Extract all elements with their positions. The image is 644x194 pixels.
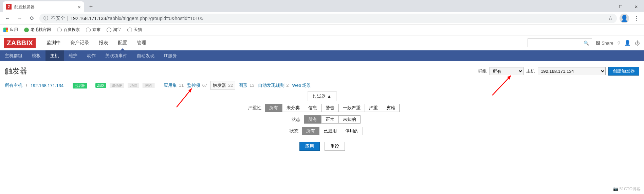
filter-actions: 应用 重设 [299, 142, 345, 151]
globe-icon [127, 28, 132, 32]
mainnav-configuration[interactable]: 配置 [113, 36, 132, 50]
mainnav-inventory[interactable]: 资产记录 [66, 36, 94, 50]
severity-group: 所有 未分类 信息 警告 一般严重 严重 灾难 [265, 104, 400, 112]
apps-icon [3, 28, 8, 32]
tab-close-icon[interactable]: × [78, 4, 81, 10]
group-select[interactable]: 所有 [490, 67, 523, 75]
nav-back-icon[interactable]: ← [3, 14, 12, 23]
tab-triggers[interactable]: 触发器 22 [210, 81, 235, 90]
tab-discovery[interactable]: 自动发现规则 2 [258, 82, 289, 88]
tab-favicon: Z [6, 4, 12, 10]
create-trigger-button[interactable]: 创建触发器 [608, 67, 639, 76]
filter-status-row: 状态 所有 已启用 停用的 [281, 127, 363, 135]
group-label: 群组 [478, 68, 487, 74]
mainnav-administration[interactable]: 管理 [132, 36, 151, 50]
apps-shortcut[interactable]: 应用 [3, 27, 18, 33]
status-all[interactable]: 所有 [302, 127, 319, 135]
help-icon[interactable]: ? [618, 40, 620, 46]
bookmark-item[interactable]: 淘宝 [107, 27, 121, 33]
tab-graphs[interactable]: 图形 13 [239, 82, 254, 88]
mainnav-reports[interactable]: 报表 [94, 36, 113, 50]
address-bar[interactable]: ⓘ 不安全 | 192.168.171.133/zabbix/triggers.… [39, 14, 617, 23]
bookmarks-bar: 应用 老毛桃官网 百度搜索 京东 淘宝 天猫 [0, 25, 644, 35]
tab-title: 配置触发器 [14, 4, 75, 10]
severity-all[interactable]: 所有 [265, 104, 282, 112]
state-label: 状态 [283, 116, 300, 123]
bookmark-item[interactable]: 百度搜索 [57, 27, 80, 33]
subnav-correlation[interactable]: 关联项事件 [100, 50, 132, 61]
severity-disaster[interactable]: 灾难 [382, 104, 400, 112]
subnav-hostgroups[interactable]: 主机群组 [0, 50, 27, 61]
filter-toggle[interactable]: 过滤器 ▲ [308, 91, 336, 101]
filter-severity-row: 严重性 所有 未分类 信息 警告 一般严重 严重 灾难 [244, 104, 400, 112]
user-icon[interactable]: 👤 [624, 40, 631, 46]
subnav-hosts[interactable]: 主机 [45, 50, 64, 61]
info-icon[interactable]: ⓘ [43, 15, 48, 21]
nav-forward-icon[interactable]: → [15, 14, 24, 23]
tab-items[interactable]: 监控项 67 [187, 82, 207, 88]
share-link[interactable]: ZShare [596, 41, 613, 46]
tab-applications[interactable]: 应用集 11 [164, 82, 184, 88]
new-tab-button[interactable]: + [86, 2, 96, 12]
zbx-badge: ZBX [95, 83, 106, 88]
bookmark-item[interactable]: 老毛桃官网 [24, 27, 51, 33]
header-right: 🔍 ZShare ? 👤 ⏻ [528, 38, 640, 47]
bookmark-item[interactable]: 京东 [86, 27, 100, 33]
bookmark-item[interactable]: 天猫 [127, 27, 142, 33]
severity-average[interactable]: 一般严重 [338, 104, 365, 112]
window-minimize[interactable]: — [597, 1, 613, 12]
nav-reload-icon[interactable]: ⟳ [27, 14, 37, 23]
apply-button[interactable]: 应用 [299, 142, 320, 151]
window-maximize[interactable]: ☐ [613, 1, 628, 12]
globe-icon [107, 28, 111, 32]
subnav-discovery[interactable]: 自动发现 [132, 50, 159, 61]
tab-web[interactable]: Web 场景 [292, 82, 311, 88]
page-header-controls: 群组 所有 主机 192.168.171.134 创建触发器 [478, 67, 639, 76]
state-all[interactable]: 所有 [304, 115, 321, 124]
insecure-label: 不安全 | [51, 15, 68, 21]
state-group: 所有 正常 未知的 [304, 115, 361, 124]
subnav-templates[interactable]: 模板 [27, 50, 45, 61]
severity-high[interactable]: 严重 [365, 104, 382, 112]
address-bar-row: ← → ⟳ ⓘ 不安全 | 192.168.171.133/zabbix/tri… [0, 12, 644, 25]
zabbix-logo[interactable]: ZABBIX [4, 38, 36, 48]
mainnav-monitoring[interactable]: 监测中 [42, 36, 66, 50]
host-label: 主机 [526, 68, 535, 74]
subnav-actions[interactable]: 动作 [82, 50, 100, 61]
zabbix-header: ZABBIX 监测中 资产记录 报表 配置 管理 🔍 ZShare ? 👤 ⏻ [0, 35, 644, 50]
profile-avatar-icon[interactable]: 👤 [620, 14, 629, 23]
filter-state-row: 状态 所有 正常 未知的 [283, 115, 361, 124]
breadcrumb: 所有主机 / 192.168.171.134 已启用 ZBX SNMP JMX … [5, 81, 639, 90]
crumb-sep: / [26, 83, 27, 88]
jmx-badge: JMX [128, 83, 139, 88]
severity-notclassified[interactable]: 未分类 [282, 104, 304, 112]
severity-information[interactable]: 信息 [304, 104, 321, 112]
power-icon[interactable]: ⏻ [635, 40, 640, 46]
reset-button[interactable]: 重设 [325, 142, 345, 151]
page-header: 触发器 群组 所有 主机 192.168.171.134 创建触发器 [5, 66, 639, 76]
crumb-all-hosts[interactable]: 所有主机 [5, 82, 22, 88]
subnav-itservices[interactable]: IT服务 [159, 50, 182, 61]
subnav-maintenance[interactable]: 维护 [64, 50, 82, 61]
status-disabled[interactable]: 停用的 [341, 127, 363, 135]
browser-menu-icon[interactable]: ⋮ [632, 15, 641, 22]
crumb-host[interactable]: 192.168.171.134 [31, 83, 64, 88]
enabled-badge: 已启用 [73, 83, 87, 88]
url-text: 192.168.171.133/zabbix/triggers.php?grou… [71, 16, 204, 21]
globe-icon [57, 28, 62, 32]
ipmi-badge: IPMI [143, 83, 154, 88]
snmp-badge: SNMP [110, 83, 125, 88]
status-label: 状态 [281, 128, 298, 134]
severity-warning[interactable]: 警告 [321, 104, 339, 112]
state-normal[interactable]: 正常 [321, 115, 339, 124]
state-unknown[interactable]: 未知的 [338, 115, 361, 124]
bookmark-star-icon[interactable]: ☆ [608, 15, 613, 21]
globe-icon [86, 28, 91, 32]
search-input[interactable]: 🔍 [528, 38, 592, 47]
window-controls: — ☐ ✕ [597, 1, 644, 12]
browser-tab[interactable]: Z 配置触发器 × [3, 1, 84, 12]
window-close[interactable]: ✕ [628, 1, 644, 12]
severity-label: 严重性 [244, 105, 261, 111]
status-enabled[interactable]: 已启用 [319, 127, 341, 135]
host-select[interactable]: 192.168.171.134 [538, 67, 606, 75]
